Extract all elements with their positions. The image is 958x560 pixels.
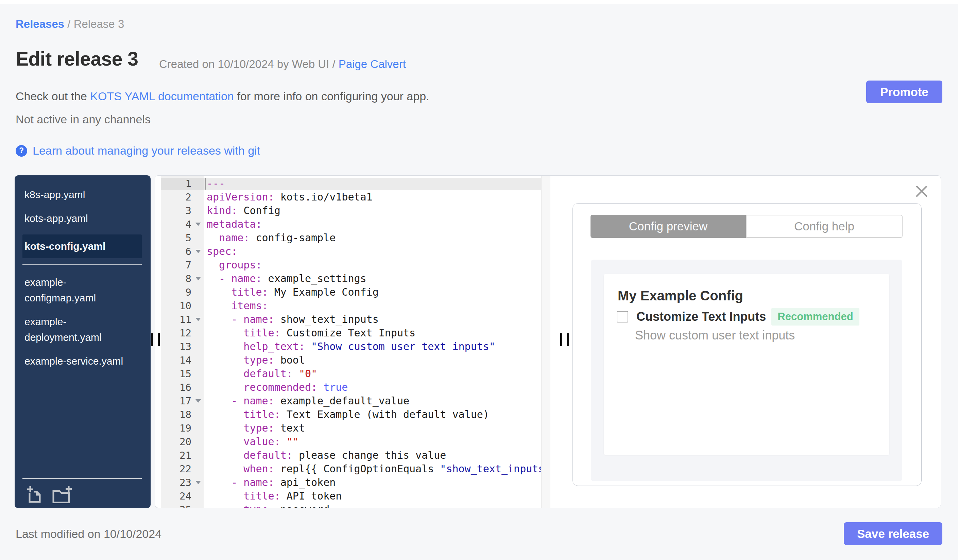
code-token: title: xyxy=(207,490,281,502)
gutter-row: 13 xyxy=(161,340,209,353)
file-item-example-deployment.yaml[interactable]: example-deployment.yaml xyxy=(14,314,151,345)
breadcrumb-releases-link[interactable]: Releases xyxy=(16,18,64,30)
gutter-row: 20 xyxy=(161,435,209,449)
file-item-example-service.yaml[interactable]: example-service.yaml xyxy=(14,353,151,369)
line-number: 18 xyxy=(161,409,191,420)
gutter-row: 5 xyxy=(161,231,209,245)
file-list: k8s-app.yamlkots-app.yamlkots-config.yam… xyxy=(14,176,151,369)
close-icon[interactable] xyxy=(916,186,928,197)
code-token: metadata: xyxy=(207,218,262,230)
code-token: groups: xyxy=(207,259,262,271)
code-token: type: xyxy=(207,354,274,366)
gutter-row: 18 xyxy=(161,408,209,421)
code-token: My Example Config xyxy=(268,286,379,298)
sidebar-actions xyxy=(14,472,151,503)
gutter-row: 2 xyxy=(161,190,209,204)
code-token: value: xyxy=(207,436,281,448)
code-token: apiVersion: xyxy=(207,191,274,203)
line-number: 9 xyxy=(161,286,191,298)
gutter-row: 11 xyxy=(161,313,209,326)
file-item-k8s-app.yaml[interactable]: k8s-app.yaml xyxy=(14,187,151,202)
gutter-row: 14 xyxy=(161,353,209,367)
author-link[interactable]: Paige Calvert xyxy=(339,58,406,70)
top-strip xyxy=(0,0,958,4)
tab-config-help[interactable]: Config help xyxy=(746,215,902,238)
code-token: when: xyxy=(207,463,274,475)
code-token: default: xyxy=(207,449,293,461)
line-number: 10 xyxy=(161,300,191,312)
line-number: 19 xyxy=(161,422,191,434)
promote-button[interactable]: Promote xyxy=(866,81,942,103)
line-number: 11 xyxy=(161,314,191,325)
code-token: api_token xyxy=(274,476,336,488)
code-token: title: xyxy=(207,408,281,420)
gutter-row: 12 xyxy=(161,326,209,340)
code-token: repl{{ ConfigOptionEquals xyxy=(274,463,440,475)
line-number: 24 xyxy=(161,490,191,502)
line-number: 15 xyxy=(161,368,191,380)
line-number: 22 xyxy=(161,463,191,475)
save-release-button[interactable]: Save release xyxy=(844,522,942,545)
fold-arrow-icon[interactable] xyxy=(191,399,205,403)
code-token: example_default_value xyxy=(274,395,409,407)
editor-scrollbar[interactable] xyxy=(541,176,550,508)
breadcrumb-current: Release 3 xyxy=(74,18,124,30)
code-line-24[interactable]: title: API token xyxy=(207,489,941,503)
code-token: kots.io/v1beta1 xyxy=(274,191,373,203)
line-number: 14 xyxy=(161,354,191,366)
tab-config-preview[interactable]: Config preview xyxy=(590,215,746,238)
code-line-1[interactable]: --- xyxy=(207,177,941,190)
editor-resize-handle[interactable] xyxy=(560,333,569,346)
file-item-kots-app.yaml[interactable]: kots-app.yaml xyxy=(14,211,151,226)
line-number: 4 xyxy=(161,218,191,230)
code-line-2[interactable]: apiVersion: kots.io/v1beta1 xyxy=(207,190,941,204)
channel-status: Not active in any channels xyxy=(16,113,151,126)
customize-text-inputs-checkbox[interactable] xyxy=(617,311,628,323)
gutter-row: 19 xyxy=(161,421,209,435)
code-token: please change this value xyxy=(293,449,446,461)
line-number: 7 xyxy=(161,259,191,271)
docs-line: Check out the KOTS YAML documentation fo… xyxy=(16,90,429,103)
gutter-row: 3 xyxy=(161,204,209,217)
sidebar-resize-handle[interactable] xyxy=(151,333,160,346)
code-token: spec: xyxy=(207,245,237,257)
fold-arrow-icon[interactable] xyxy=(191,250,205,253)
last-modified: Last modified on 10/10/2024 xyxy=(16,527,162,541)
config-group-card: My Example Config Customize Text Inputs … xyxy=(604,274,889,455)
panel-tabs: Config previewConfig help xyxy=(590,215,902,238)
code-token: - name: xyxy=(207,476,274,488)
file-item-kots-config.yaml[interactable]: kots-config.yaml xyxy=(22,234,142,258)
kots-yaml-docs-link[interactable]: KOTS YAML documentation xyxy=(90,90,234,103)
code-line-25[interactable]: type: password xyxy=(207,503,941,508)
code-token: Config xyxy=(237,204,280,217)
code-token: config-sample xyxy=(249,232,336,244)
gutter-row: 8 xyxy=(161,272,209,285)
fold-arrow-icon[interactable] xyxy=(191,318,205,321)
fold-arrow-icon[interactable] xyxy=(191,481,205,484)
line-number: 12 xyxy=(161,327,191,339)
fold-arrow-icon[interactable] xyxy=(191,223,205,226)
add-file-icon[interactable] xyxy=(26,486,43,503)
line-number: 2 xyxy=(161,191,191,203)
code-token xyxy=(293,368,299,380)
config-preview-card: Config previewConfig help My Example Con… xyxy=(573,203,922,486)
line-number: 20 xyxy=(161,436,191,448)
gutter-row: 10 xyxy=(161,299,209,313)
git-help-link[interactable]: Learn about managing your releases with … xyxy=(33,144,260,157)
code-token: Text Example (with default value) xyxy=(281,408,489,420)
code-token: true xyxy=(323,381,348,393)
file-group-divider xyxy=(22,264,142,265)
file-item-example-configmap.yaml[interactable]: example-configmap.yaml xyxy=(14,275,151,306)
code-token: bool xyxy=(274,354,305,366)
gutter-row: 16 xyxy=(161,381,209,394)
code-token xyxy=(281,436,287,448)
add-folder-icon[interactable] xyxy=(51,486,72,503)
config-group-title: My Example Config xyxy=(618,288,743,304)
config-item-label: Customize Text Inputs xyxy=(636,310,766,324)
code-token xyxy=(305,340,311,353)
code-token: items: xyxy=(207,300,268,312)
fold-arrow-icon[interactable] xyxy=(191,277,205,280)
code-token: password xyxy=(274,504,330,508)
line-number: 8 xyxy=(161,273,191,285)
gutter-row: 1 xyxy=(161,177,209,190)
